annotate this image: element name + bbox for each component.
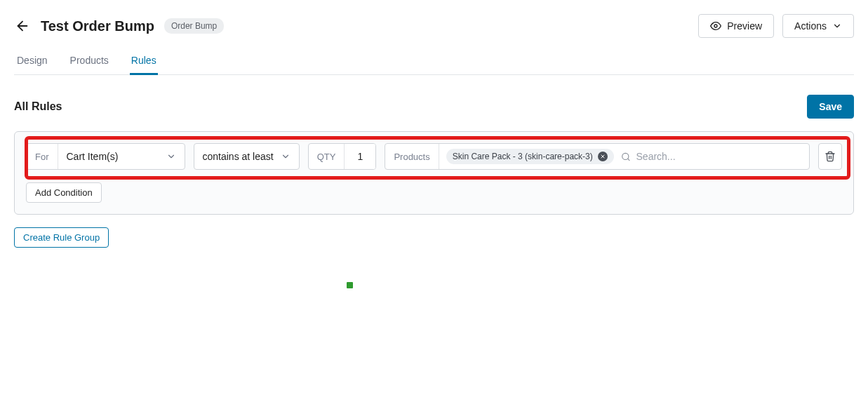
for-field: For Cart Item(s) <box>26 143 185 170</box>
chevron-down-icon <box>281 152 291 161</box>
tab-rules[interactable]: Rules <box>130 48 158 75</box>
section-header: All Rules Save <box>14 95 854 119</box>
trash-icon <box>824 151 836 162</box>
qty-input[interactable] <box>345 144 375 169</box>
for-value: Cart Item(s) <box>67 151 119 162</box>
rule-row: For Cart Item(s) contains at least QTY P… <box>26 143 842 170</box>
products-token-area[interactable]: Skin Care Pack - 3 (skin-care-pack-3) <box>439 144 809 169</box>
svg-point-1 <box>714 25 717 27</box>
for-label: For <box>27 144 58 169</box>
condition-value: contains at least <box>203 151 274 162</box>
actions-dropdown[interactable]: Actions <box>782 14 854 38</box>
tabs: Design Products Rules <box>14 48 854 75</box>
product-search <box>621 151 802 162</box>
page-title: Test Order Bump <box>41 18 154 34</box>
close-icon <box>600 154 606 159</box>
header-left: Test Order Bump Order Bump <box>14 18 224 34</box>
qty-field: QTY <box>308 143 377 170</box>
tab-design[interactable]: Design <box>15 48 49 75</box>
tab-products[interactable]: Products <box>69 48 110 75</box>
preview-button[interactable]: Preview <box>698 14 774 38</box>
rule-group: For Cart Item(s) contains at least QTY P… <box>14 131 854 215</box>
back-button[interactable] <box>14 18 31 34</box>
products-field: Products Skin Care Pack - 3 (skin-care-p… <box>385 143 810 170</box>
chevron-down-icon <box>832 21 842 31</box>
for-select[interactable]: Cart Item(s) <box>58 144 185 169</box>
product-search-input[interactable] <box>636 151 802 162</box>
chevron-down-icon <box>166 152 176 161</box>
remove-token-button[interactable] <box>598 152 608 161</box>
create-rule-group-button[interactable]: Create Rule Group <box>14 227 109 248</box>
section-title: All Rules <box>14 100 62 113</box>
header-right: Preview Actions <box>698 14 854 38</box>
products-label: Products <box>385 144 439 169</box>
condition-field: contains at least <box>194 143 300 170</box>
delete-rule-button[interactable] <box>818 143 842 170</box>
qty-label: QTY <box>309 144 345 169</box>
arrow-left-icon <box>15 18 30 34</box>
product-token-text: Skin Care Pack - 3 (skin-care-pack-3) <box>453 152 593 161</box>
condition-select[interactable]: contains at least <box>194 144 299 169</box>
add-condition-button[interactable]: Add Condition <box>26 182 102 203</box>
actions-label: Actions <box>794 20 827 32</box>
eye-icon <box>710 20 721 32</box>
product-token: Skin Care Pack - 3 (skin-care-pack-3) <box>446 149 614 164</box>
svg-line-5 <box>627 159 629 160</box>
search-icon <box>621 152 631 162</box>
save-button[interactable]: Save <box>807 95 854 119</box>
page-header: Test Order Bump Order Bump Preview Actio… <box>14 14 854 48</box>
preview-label: Preview <box>727 20 762 32</box>
type-badge: Order Bump <box>164 18 224 34</box>
